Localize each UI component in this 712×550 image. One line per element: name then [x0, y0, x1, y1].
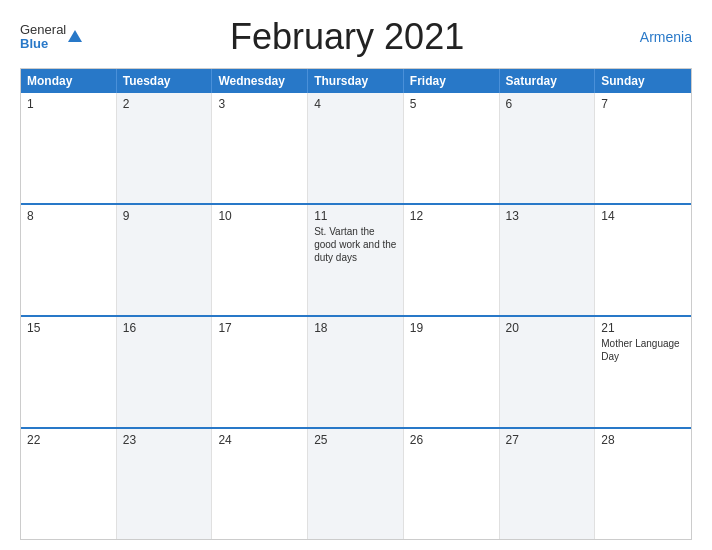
calendar-header-row: MondayTuesdayWednesdayThursdayFridaySatu… — [21, 69, 691, 93]
calendar-cell: 21Mother Language Day — [595, 317, 691, 427]
logo-blue: Blue — [20, 37, 66, 51]
calendar-cell: 23 — [117, 429, 213, 539]
calendar-cell: 24 — [212, 429, 308, 539]
day-number: 13 — [506, 209, 589, 223]
calendar-cell: 1 — [21, 93, 117, 203]
calendar-cell: 25 — [308, 429, 404, 539]
calendar-cell: 3 — [212, 93, 308, 203]
calendar-cell: 7 — [595, 93, 691, 203]
calendar-cell: 17 — [212, 317, 308, 427]
day-number: 2 — [123, 97, 206, 111]
header: General Blue February 2021 Armenia — [20, 16, 692, 58]
calendar-cell: 22 — [21, 429, 117, 539]
calendar-week: 891011St. Vartan the good work and the d… — [21, 203, 691, 315]
day-number: 17 — [218, 321, 301, 335]
day-number: 7 — [601, 97, 685, 111]
day-number: 25 — [314, 433, 397, 447]
day-number: 28 — [601, 433, 685, 447]
calendar-header-cell: Thursday — [308, 69, 404, 93]
day-number: 10 — [218, 209, 301, 223]
calendar-header-cell: Monday — [21, 69, 117, 93]
calendar-cell: 26 — [404, 429, 500, 539]
calendar-header-cell: Tuesday — [117, 69, 213, 93]
calendar: MondayTuesdayWednesdayThursdayFridaySatu… — [20, 68, 692, 540]
day-number: 14 — [601, 209, 685, 223]
day-number: 23 — [123, 433, 206, 447]
day-number: 15 — [27, 321, 110, 335]
calendar-cell: 2 — [117, 93, 213, 203]
calendar-week: 1234567 — [21, 93, 691, 203]
day-number: 19 — [410, 321, 493, 335]
day-number: 3 — [218, 97, 301, 111]
day-number: 27 — [506, 433, 589, 447]
day-number: 4 — [314, 97, 397, 111]
calendar-cell: 20 — [500, 317, 596, 427]
day-number: 18 — [314, 321, 397, 335]
calendar-header-cell: Friday — [404, 69, 500, 93]
calendar-cell: 4 — [308, 93, 404, 203]
calendar-cell: 6 — [500, 93, 596, 203]
calendar-cell: 11St. Vartan the good work and the duty … — [308, 205, 404, 315]
calendar-cell: 14 — [595, 205, 691, 315]
calendar-header-cell: Wednesday — [212, 69, 308, 93]
calendar-cell: 5 — [404, 93, 500, 203]
calendar-header-cell: Saturday — [500, 69, 596, 93]
calendar-cell: 12 — [404, 205, 500, 315]
calendar-cell: 9 — [117, 205, 213, 315]
day-number: 1 — [27, 97, 110, 111]
event-label: St. Vartan the good work and the duty da… — [314, 225, 397, 264]
calendar-title: February 2021 — [82, 16, 612, 58]
calendar-header-cell: Sunday — [595, 69, 691, 93]
day-number: 5 — [410, 97, 493, 111]
day-number: 9 — [123, 209, 206, 223]
calendar-cell: 10 — [212, 205, 308, 315]
day-number: 16 — [123, 321, 206, 335]
day-number: 21 — [601, 321, 685, 335]
calendar-week: 15161718192021Mother Language Day — [21, 315, 691, 427]
event-label: Mother Language Day — [601, 337, 685, 363]
calendar-cell: 18 — [308, 317, 404, 427]
calendar-body: 1234567891011St. Vartan the good work an… — [21, 93, 691, 539]
calendar-cell: 13 — [500, 205, 596, 315]
day-number: 22 — [27, 433, 110, 447]
calendar-cell: 8 — [21, 205, 117, 315]
country-label: Armenia — [612, 29, 692, 45]
day-number: 20 — [506, 321, 589, 335]
logo-general: General — [20, 23, 66, 37]
calendar-week: 22232425262728 — [21, 427, 691, 539]
day-number: 8 — [27, 209, 110, 223]
calendar-cell: 19 — [404, 317, 500, 427]
calendar-cell: 28 — [595, 429, 691, 539]
logo-triangle-icon — [68, 30, 82, 42]
logo: General Blue — [20, 23, 82, 52]
day-number: 6 — [506, 97, 589, 111]
calendar-cell: 16 — [117, 317, 213, 427]
calendar-cell: 27 — [500, 429, 596, 539]
page: General Blue February 2021 Armenia Monda… — [0, 0, 712, 550]
day-number: 24 — [218, 433, 301, 447]
day-number: 12 — [410, 209, 493, 223]
day-number: 26 — [410, 433, 493, 447]
calendar-cell: 15 — [21, 317, 117, 427]
day-number: 11 — [314, 209, 397, 223]
